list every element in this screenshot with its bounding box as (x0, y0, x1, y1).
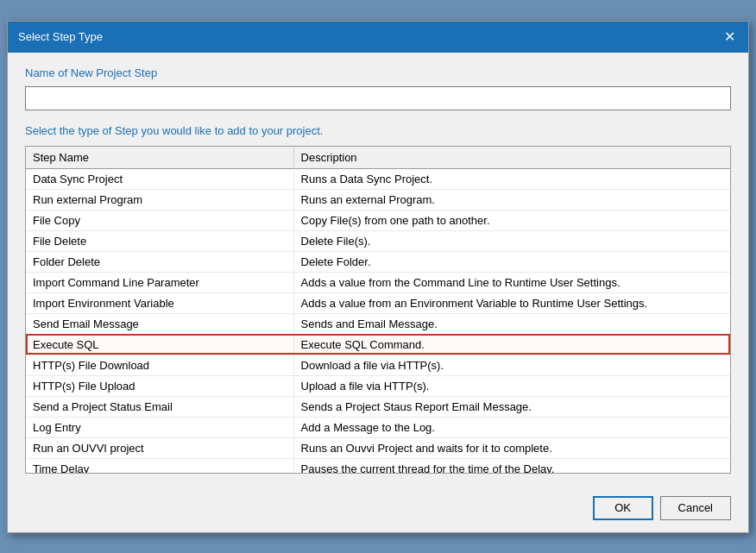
step-name-cell: Send Email Message (26, 313, 293, 334)
col-header-desc: Description (293, 147, 730, 169)
table-row[interactable]: Run an OUVVI projectRuns an Ouvvi Projec… (26, 437, 730, 458)
step-name-cell: Run an OUVVI project (26, 437, 293, 458)
step-table-container: Step Name Description Data Sync ProjectR… (25, 146, 731, 474)
col-header-name: Step Name (26, 147, 293, 169)
step-desc-cell: Delete File(s). (293, 230, 730, 251)
close-button[interactable]: ✕ (721, 28, 738, 46)
title-bar: Select Step Type ✕ (8, 22, 748, 53)
step-name-cell: Data Sync Project (26, 168, 293, 189)
step-name-cell: Execute SQL (26, 334, 293, 355)
step-name-cell: Time Delay (26, 458, 293, 474)
step-desc-cell: Copy File(s) from one path to another. (293, 210, 730, 230)
ok-button[interactable]: OK (593, 496, 653, 520)
table-row[interactable]: HTTP(s) File DownloadDownload a file via… (26, 355, 730, 375)
table-row[interactable]: File CopyCopy File(s) from one path to a… (26, 210, 730, 230)
table-row[interactable]: Data Sync ProjectRuns a Data Sync Projec… (26, 168, 730, 189)
table-header-row: Step Name Description (26, 147, 730, 169)
table-row[interactable]: Import Environment VariableAdds a value … (26, 292, 730, 313)
table-row[interactable]: Run external ProgramRuns an external Pro… (26, 189, 730, 210)
step-name-cell: File Delete (26, 230, 293, 251)
select-step-type-dialog: Select Step Type ✕ Name of New Project S… (7, 21, 749, 533)
dialog-footer: OK Cancel (8, 487, 748, 532)
step-desc-cell: Runs a Data Sync Project. (293, 168, 730, 189)
step-name-cell: Run external Program (26, 189, 293, 210)
step-desc-cell: Runs an external Program. (293, 189, 730, 210)
table-row[interactable]: File DeleteDelete File(s). (26, 230, 730, 251)
step-name-cell: Log Entry (26, 417, 293, 437)
step-desc-cell: Add a Message to the Log. (293, 417, 730, 437)
table-row[interactable]: Folder DeleteDelete Folder. (26, 251, 730, 272)
step-desc-cell: Pauses the current thread for the time o… (293, 458, 730, 474)
dialog-body: Name of New Project Step Select the type… (8, 53, 748, 487)
table-row[interactable]: HTTP(s) File UploadUpload a file via HTT… (26, 375, 730, 396)
step-desc-cell: Upload a file via HTTP(s). (293, 375, 730, 396)
dialog-title: Select Step Type (18, 30, 103, 43)
step-desc-cell: Execute SQL Command. (293, 334, 730, 355)
cancel-button[interactable]: Cancel (660, 496, 731, 520)
name-section-label: Name of New Project Step (25, 66, 731, 79)
step-name-cell: HTTP(s) File Download (26, 355, 293, 375)
step-desc-cell: Adds a value from an Environment Variabl… (293, 292, 730, 313)
table-row[interactable]: Execute SQLExecute SQL Command. (26, 334, 730, 355)
table-row[interactable]: Time DelayPauses the current thread for … (26, 458, 730, 474)
step-name-cell: Send a Project Status Email (26, 396, 293, 417)
step-name-cell: HTTP(s) File Upload (26, 375, 293, 396)
step-name-cell: Import Command Line Parameter (26, 272, 293, 292)
step-table: Step Name Description Data Sync ProjectR… (26, 147, 730, 474)
step-desc-cell: Sends and Email Message. (293, 313, 730, 334)
select-section-label: Select the type of Step you would like t… (25, 124, 731, 137)
table-row[interactable]: Send Email MessageSends and Email Messag… (26, 313, 730, 334)
step-desc-cell: Runs an Ouvvi Project and waits for it t… (293, 437, 730, 458)
step-desc-cell: Delete Folder. (293, 251, 730, 272)
step-name-cell: Import Environment Variable (26, 292, 293, 313)
step-desc-cell: Download a file via HTTP(s). (293, 355, 730, 375)
table-row[interactable]: Send a Project Status EmailSends a Proje… (26, 396, 730, 417)
table-row[interactable]: Log EntryAdd a Message to the Log. (26, 417, 730, 437)
step-name-input[interactable] (25, 86, 731, 110)
step-desc-cell: Adds a value from the Command Line to Ru… (293, 272, 730, 292)
table-row[interactable]: Import Command Line ParameterAdds a valu… (26, 272, 730, 292)
table-body: Data Sync ProjectRuns a Data Sync Projec… (26, 168, 730, 474)
step-name-cell: File Copy (26, 210, 293, 230)
step-desc-cell: Sends a Project Staus Report Email Messa… (293, 396, 730, 417)
step-name-cell: Folder Delete (26, 251, 293, 272)
